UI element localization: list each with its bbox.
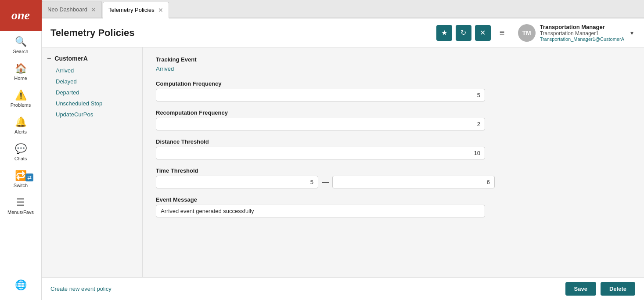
page-title: Telemetry Policies xyxy=(50,27,436,39)
star-button[interactable]: ★ xyxy=(436,25,452,41)
event-message-group: Event Message xyxy=(156,196,631,217)
sidebar-item-chats[interactable]: 💬 Chats xyxy=(0,138,41,165)
sidebar-item-switch[interactable]: 🔁 ⇄ Switch xyxy=(0,165,41,192)
time-threshold-dash: — xyxy=(322,178,329,186)
search-icon: 🔍 xyxy=(15,36,27,47)
form-panel: Tracking Event Arrived Computation Frequ… xyxy=(143,47,644,277)
tab-close-neo-dashboard[interactable]: ✕ xyxy=(91,6,96,13)
main-area: Neo Dashboard ✕ Telemetry Policies ✕ Tel… xyxy=(42,0,644,300)
tracking-event-label: Tracking Event xyxy=(156,56,631,63)
tab-label: Telemetry Policies xyxy=(108,7,155,13)
time-threshold-group: Time Threshold — xyxy=(156,167,631,188)
menu-button[interactable]: ≡ xyxy=(494,25,510,41)
recomputation-frequency-group: Recomputation Frequency xyxy=(156,109,631,130)
warning-icon: ⚠️ xyxy=(15,90,27,101)
tracking-event-group: Tracking Event Arrived xyxy=(156,56,631,72)
tab-label: Neo Dashboard xyxy=(47,6,87,13)
sidebar-item-label: Chats xyxy=(14,156,27,161)
refresh-button[interactable]: ↻ xyxy=(456,25,471,41)
sidebar-item-label: Search xyxy=(13,49,29,54)
distance-threshold-group: Distance Threshold xyxy=(156,138,631,159)
user-details: Transportation Manager Transportation Ma… xyxy=(540,24,624,42)
tab-neo-dashboard[interactable]: Neo Dashboard ✕ xyxy=(42,1,102,18)
user-info: TM Transportation Manager Transportation… xyxy=(518,24,635,42)
distance-threshold-label: Distance Threshold xyxy=(156,138,631,145)
tree-item-departed[interactable]: Departed xyxy=(42,87,142,98)
sidebar-item-home[interactable]: 🏠 Home xyxy=(0,58,41,84)
content-area: − CustomerA Arrived Delayed Departed Uns… xyxy=(42,47,644,277)
event-message-input[interactable] xyxy=(156,205,485,217)
sidebar-item-alerts[interactable]: 🔔 Alerts xyxy=(0,111,41,138)
bell-icon: 🔔 xyxy=(15,116,27,128)
tree-item-label: UpdateCurPos xyxy=(56,111,93,118)
user-name: Transportation Manager xyxy=(540,24,624,30)
distance-threshold-input[interactable] xyxy=(156,147,485,159)
user-dropdown-button[interactable]: ▾ xyxy=(629,28,635,38)
user-role: Transportation Manager1 xyxy=(540,30,624,36)
switch-icon: 🔁 xyxy=(15,170,27,181)
sidebar-item-label: Problems xyxy=(11,102,31,108)
page-header: Telemetry Policies ★ ↻ ✕ ≡ TM Transporta… xyxy=(42,18,644,47)
create-event-policy-link[interactable]: Create new event policy xyxy=(50,286,112,292)
app-logo[interactable]: one xyxy=(0,0,42,31)
tree-item-updatecurpos[interactable]: UpdateCurPos xyxy=(42,109,142,120)
sidebar-bottom: 🌐 xyxy=(0,274,41,296)
sidebar-item-label: Home xyxy=(14,76,27,81)
globe-icon: 🌐 xyxy=(15,279,27,291)
sidebar: one 🔍 Search 🏠 Home ⚠️ Problems 🔔 Alerts… xyxy=(0,0,42,300)
close-button[interactable]: ✕ xyxy=(475,25,491,41)
sidebar-item-search[interactable]: 🔍 Search xyxy=(0,31,41,58)
chat-icon: 💬 xyxy=(15,143,27,155)
logo-text: one xyxy=(11,8,30,22)
tree-panel: − CustomerA Arrived Delayed Departed Uns… xyxy=(42,47,143,277)
tree-root-label: CustomerA xyxy=(54,55,87,62)
avatar: TM xyxy=(518,24,536,42)
computation-frequency-input[interactable] xyxy=(156,89,485,101)
sidebar-item-problems[interactable]: ⚠️ Problems xyxy=(0,84,41,111)
tree-item-arrived[interactable]: Arrived xyxy=(42,65,142,76)
tree-root: − CustomerA xyxy=(42,52,142,65)
sidebar-item-label: Menus/Favs xyxy=(7,210,34,215)
footer-actions: Save Delete xyxy=(565,282,635,296)
home-icon: 🏠 xyxy=(15,63,27,74)
delete-button[interactable]: Delete xyxy=(601,282,635,296)
sidebar-item-label: Alerts xyxy=(14,129,27,134)
switch-badge: ⇄ xyxy=(25,173,33,181)
time-threshold-input-2[interactable] xyxy=(332,176,495,188)
tracking-event-value: Arrived xyxy=(156,65,174,72)
footer: Create new event policy Save Delete xyxy=(42,277,644,300)
tree-item-label: Unscheduled Stop xyxy=(56,100,102,107)
tab-close-telemetry-policies[interactable]: ✕ xyxy=(158,7,163,14)
event-message-label: Event Message xyxy=(156,196,631,203)
computation-frequency-group: Computation Frequency xyxy=(156,80,631,101)
menu-icon: ☰ xyxy=(16,197,25,208)
tree-item-delayed[interactable]: Delayed xyxy=(42,76,142,87)
recomputation-frequency-label: Recomputation Frequency xyxy=(156,109,631,116)
tabs-bar: Neo Dashboard ✕ Telemetry Policies ✕ xyxy=(42,0,644,18)
tab-telemetry-policies[interactable]: Telemetry Policies ✕ xyxy=(103,2,169,18)
save-button[interactable]: Save xyxy=(565,282,596,296)
sidebar-item-menus[interactable]: ☰ Menus/Favs xyxy=(0,192,41,218)
sidebar-item-profile[interactable]: 🌐 xyxy=(0,274,41,296)
recomputation-frequency-input[interactable] xyxy=(156,118,485,130)
tree-item-label: Delayed xyxy=(56,78,77,85)
header-actions: ★ ↻ ✕ ≡ TM Transportation Manager Transp… xyxy=(436,24,635,42)
time-threshold-input-1[interactable] xyxy=(156,176,318,188)
user-email: Transportation_Manager1@CustomerA xyxy=(540,36,624,42)
time-threshold-row: — xyxy=(156,176,631,188)
time-threshold-label: Time Threshold xyxy=(156,167,631,174)
tree-item-unscheduled-stop[interactable]: Unscheduled Stop xyxy=(42,98,142,109)
computation-frequency-label: Computation Frequency xyxy=(156,80,631,87)
tree-item-label: Departed xyxy=(56,89,79,96)
tree-item-label: Arrived xyxy=(56,67,74,74)
tree-collapse-icon[interactable]: − xyxy=(47,54,51,62)
sidebar-item-label: Switch xyxy=(14,183,28,188)
